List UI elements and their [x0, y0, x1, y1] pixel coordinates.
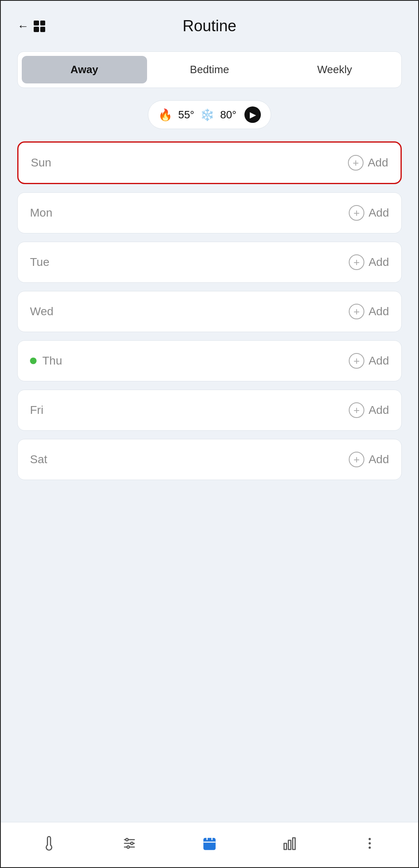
svg-point-3 [126, 838, 128, 841]
add-button-fri[interactable]: + Add [349, 402, 389, 418]
day-label-tue: Tue [30, 256, 49, 269]
sliders-icon [122, 836, 137, 854]
add-circle-icon-thu: + [349, 353, 364, 369]
header: ← Routine [1, 1, 418, 43]
day-label-container-thu: Thu [30, 354, 62, 367]
day-label-container-sun: Sun [31, 156, 51, 169]
svg-rect-12 [293, 838, 295, 850]
add-button-wed[interactable]: + Add [349, 304, 389, 319]
tab-bedtime[interactable]: Bedtime [147, 56, 272, 83]
add-label-thu: Add [368, 354, 389, 367]
add-circle-icon-sat: + [349, 452, 364, 467]
add-circle-icon-wed: + [349, 304, 364, 319]
day-row-thu: Thu + Add [17, 340, 402, 381]
svg-point-13 [369, 838, 371, 840]
nav-calendar[interactable] [194, 832, 225, 858]
day-row-sun: Sun + Add [17, 141, 402, 184]
add-circle-icon-fri: + [349, 402, 364, 418]
day-row-tue: Tue + Add [17, 242, 402, 283]
add-circle-icon-mon: + [349, 205, 364, 221]
tab-bar: Away Bedtime Weekly [17, 51, 402, 88]
header-left-controls: ← [17, 20, 45, 33]
nav-thermometer[interactable] [34, 832, 65, 858]
day-label-container-wed: Wed [30, 305, 53, 318]
add-circle-icon-tue: + [349, 254, 364, 270]
svg-point-15 [369, 846, 371, 848]
main-content: Away Bedtime Weekly 🔥 55° ❄️ 80° ▶ Sun +… [1, 43, 418, 655]
grid-icon[interactable] [34, 21, 45, 32]
day-row-sat: Sat + Add [17, 439, 402, 480]
nav-sliders[interactable] [114, 832, 145, 858]
snowflake-icon: ❄️ [200, 108, 214, 122]
svg-rect-11 [288, 840, 291, 850]
add-label-sat: Add [368, 453, 389, 466]
day-label-mon: Mon [30, 206, 52, 219]
active-dot-thu [30, 358, 37, 364]
calendar-icon [202, 836, 217, 854]
temperature-pill: 🔥 55° ❄️ 80° ▶ [148, 100, 272, 129]
page-title: Routine [183, 17, 237, 35]
thermometer-icon [42, 836, 57, 854]
day-label-container-sat: Sat [30, 453, 47, 466]
nav-more[interactable] [354, 832, 385, 858]
svg-point-5 [127, 846, 129, 848]
temp-arrow-button[interactable]: ▶ [244, 106, 261, 123]
add-button-sat[interactable]: + Add [349, 452, 389, 467]
day-label-sun: Sun [31, 156, 51, 169]
day-label-container-mon: Mon [30, 206, 52, 219]
day-label-container-fri: Fri [30, 404, 44, 417]
add-button-sun[interactable]: + Add [348, 155, 388, 171]
add-label-sun: Add [368, 156, 388, 169]
bottom-nav [1, 822, 418, 867]
day-label-thu: Thu [42, 354, 62, 367]
back-button[interactable]: ← [17, 20, 29, 33]
chart-icon [282, 836, 297, 854]
tab-weekly[interactable]: Weekly [272, 56, 397, 83]
nav-chart[interactable] [274, 832, 305, 858]
add-label-tue: Add [368, 256, 389, 269]
flame-icon: 🔥 [158, 108, 173, 122]
svg-rect-10 [284, 843, 287, 850]
day-row-fri: Fri + Add [17, 390, 402, 431]
cool-temp: 80° [220, 108, 236, 121]
add-label-fri: Add [368, 404, 389, 417]
add-label-wed: Add [368, 305, 389, 318]
add-label-mon: Add [368, 206, 389, 219]
day-label-fri: Fri [30, 404, 44, 417]
temperature-container: 🔥 55° ❄️ 80° ▶ [17, 100, 402, 129]
svg-point-14 [369, 842, 371, 844]
svg-rect-6 [204, 838, 215, 850]
day-row-mon: Mon + Add [17, 192, 402, 233]
add-button-tue[interactable]: + Add [349, 254, 389, 270]
day-label-wed: Wed [30, 305, 53, 318]
day-row-wed: Wed + Add [17, 291, 402, 332]
add-button-mon[interactable]: + Add [349, 205, 389, 221]
add-circle-icon-sun: + [348, 155, 364, 171]
heat-temp: 55° [178, 108, 194, 121]
add-button-thu[interactable]: + Add [349, 353, 389, 369]
svg-point-4 [131, 842, 133, 845]
tab-away[interactable]: Away [22, 56, 147, 83]
day-label-sat: Sat [30, 453, 47, 466]
more-icon [362, 836, 377, 854]
day-label-container-tue: Tue [30, 256, 49, 269]
